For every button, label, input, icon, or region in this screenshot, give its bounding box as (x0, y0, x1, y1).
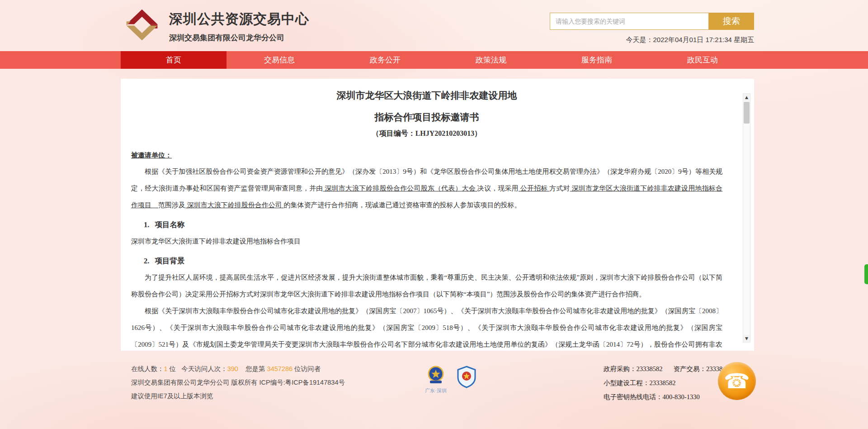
scroll-up-button[interactable]: ▲ (743, 94, 750, 101)
security-shield-icon (457, 366, 476, 388)
content-card: 深圳市龙华区大浪街道下岭排非农建设用地 指标合作项目投标邀请书 （项目编号：LH… (121, 79, 754, 351)
section-2-paragraph-1: 为了提升社区人居环境，提高居民生活水平，促进片区经济发展，提升大浪街道整体城市面… (131, 269, 722, 303)
search-button[interactable]: 搜索 (709, 13, 754, 30)
today-visits-value: 390 (227, 365, 238, 372)
section-1-body: 深圳市龙华区大浪街道下岭排非农建设用地指标合作项目 (131, 233, 722, 250)
section-2-heading: 2.项目背景 (144, 253, 722, 269)
visitor-number-suffix: 位访问者 (294, 365, 321, 372)
ekey-hotline: 电子密钥热线电话：400-830-1330 (604, 393, 732, 401)
today-visits-label: 今天访问人次： (181, 365, 227, 372)
scroll-down-button[interactable]: ▼ (743, 335, 750, 342)
gov-procurement-hotline: 政府采购：23338582 (604, 365, 663, 372)
site-title: 深圳公共资源交易中心 (169, 10, 309, 29)
site-logo-icon (122, 7, 162, 43)
search-input[interactable] (550, 13, 709, 30)
nav-item-public-interaction[interactable]: 政民互动 (650, 51, 755, 69)
doc-title-line2: 指标合作项目投标邀请书 (131, 111, 722, 124)
datetime-text: 今天是：2022年04月01日 17:21:34 星期五 (626, 36, 754, 44)
site-subtitle: 深圳交易集团有限公司龙华分公司 (169, 33, 309, 43)
search-box: 搜索 (550, 13, 754, 30)
section-1-heading: 1.项目名称 (144, 216, 722, 233)
police-badge-icon (427, 366, 444, 385)
section-1-number: 1. (144, 220, 149, 229)
section-2-number: 2. (144, 257, 149, 265)
construction-hotline: 小型建设工程：23338582 (604, 379, 732, 387)
doc-paragraph-intro: 根据《关于加强社区股份合作公司资金资产资源管理和公开的意见》（深办发〔2013〕… (131, 163, 722, 214)
page-header: 深圳公共资源交易中心 深圳交易集团有限公司龙华分公司 搜索 今天是：2022年0… (0, 0, 868, 51)
online-count-unit: 位 (170, 365, 176, 372)
doc-title-line1: 深圳市龙华区大浪街道下岭排非农建设用地 (131, 89, 722, 102)
visitor-stats-line: 在线人数：1 位 今天访问人次：390 您是第 3457286 位访问者 (131, 365, 345, 373)
phone-contact-button[interactable]: ☎ (718, 362, 756, 400)
visitor-number-prefix: 您是第 (245, 365, 265, 372)
section-1-title: 项目名称 (155, 220, 184, 229)
copyright-line: 深圳交易集团有限公司龙华分公司 版权所有 ICP编号:粤ICP备19147834… (131, 378, 345, 387)
side-widget-handle[interactable] (864, 264, 868, 284)
nav-item-service-guide[interactable]: 服务指南 (544, 51, 650, 69)
project-number: （项目编号：LHJY20210203013） (131, 129, 722, 138)
security-shield-badge[interactable] (457, 366, 476, 394)
nav-item-home[interactable]: 首页 (121, 51, 226, 69)
phone-icon: ☎ (724, 371, 750, 391)
scrollbar-thumb[interactable] (744, 102, 750, 124)
visitor-number-value: 3457286 (267, 365, 292, 372)
section-2-title: 项目背景 (155, 257, 184, 265)
police-badge[interactable]: 广东·深圳 (425, 366, 447, 394)
section-2-paragraph-2: 根据《关于深圳市大浪颐丰华股份合作公司城市化非农建设用地的批复》（深国房宝〔20… (131, 303, 722, 351)
nav-item-gov-disclosure[interactable]: 政务公开 (332, 51, 438, 69)
invitee-label: 被邀请单位： (131, 151, 722, 160)
browser-tip-line: 建议使用IE7及以上版本浏览 (131, 392, 345, 400)
main-nav: 首页 交易信息 政务公开 政策法规 服务指南 政民互动 (0, 51, 868, 69)
police-badge-label: 广东·深圳 (425, 387, 447, 394)
nav-item-policies[interactable]: 政策法规 (438, 51, 544, 69)
online-count-value: 1 (164, 365, 168, 372)
document-body: 深圳市龙华区大浪街道下岭排非农建设用地 指标合作项目投标邀请书 （项目编号：LH… (121, 79, 754, 351)
hotline-line-1: 政府采购：23338582资产交易：23338432 (604, 365, 732, 373)
online-count-label: 在线人数： (131, 365, 164, 372)
scrollbar-track[interactable]: ▲ ▼ (743, 93, 750, 343)
nav-item-trade-info[interactable]: 交易信息 (226, 51, 332, 69)
